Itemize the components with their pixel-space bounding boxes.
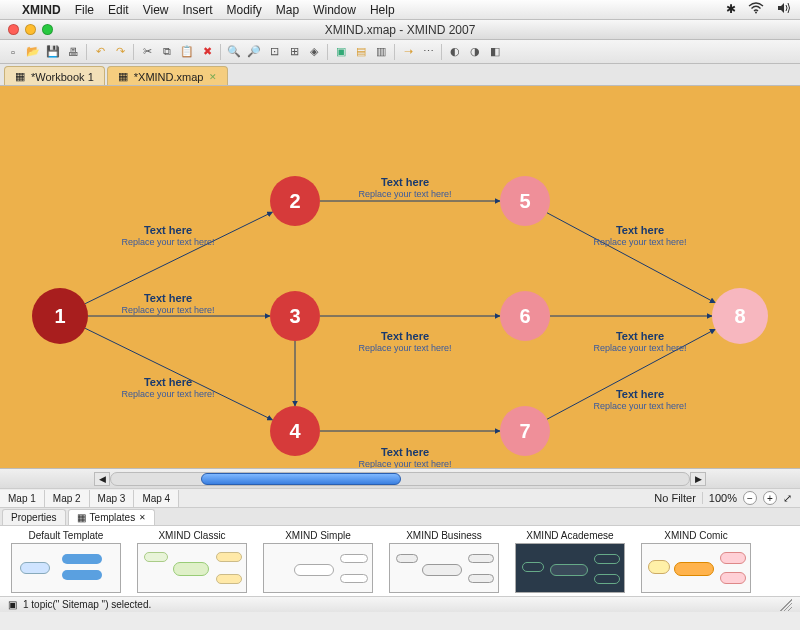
wifi-icon[interactable] <box>748 2 764 17</box>
mac-menubar: XMIND File Edit View Insert Modify Map W… <box>0 0 800 20</box>
edge-sublabel: Replace your text here! <box>121 305 214 315</box>
copy-icon[interactable]: ⧉ <box>158 43 176 61</box>
zoom-in-icon[interactable]: 🔎 <box>245 43 263 61</box>
cut-icon[interactable]: ✂ <box>138 43 156 61</box>
mindmap-canvas[interactable]: Text hereReplace your text here!Text her… <box>0 86 800 488</box>
node-1[interactable]: 1 <box>32 288 88 344</box>
edge-sublabel: Replace your text here! <box>358 343 451 353</box>
node-label: 4 <box>289 420 301 442</box>
zoom-out-button[interactable]: − <box>743 491 757 505</box>
edge-label[interactable]: Text here <box>616 388 664 400</box>
node-6[interactable]: 6 <box>500 291 550 341</box>
app-menu[interactable]: XMIND <box>22 3 61 17</box>
tool-d-icon[interactable]: ⋯ <box>419 43 437 61</box>
tab-properties[interactable]: Properties <box>2 509 66 525</box>
menu-file[interactable]: File <box>75 3 94 17</box>
node-4[interactable]: 4 <box>270 406 320 456</box>
scroll-right-icon[interactable]: ▶ <box>690 472 706 486</box>
status-text: 1 topic(" Sitemap ") selected. <box>23 599 151 610</box>
tool-f-icon[interactable]: ◑ <box>466 43 484 61</box>
bluetooth-icon[interactable]: ✱ <box>726 2 736 17</box>
node-label: 1 <box>54 305 65 327</box>
template-default[interactable]: Default Template <box>6 530 126 593</box>
zoom-out-icon[interactable]: 🔍 <box>225 43 243 61</box>
zoom-fit-icon[interactable]: ⊡ <box>265 43 283 61</box>
node-5[interactable]: 5 <box>500 176 550 226</box>
tool-a-icon[interactable]: ▣ <box>332 43 350 61</box>
edge-label[interactable]: Text here <box>144 292 192 304</box>
template-thumbnail <box>389 543 499 593</box>
close-icon[interactable]: ✕ <box>139 513 146 522</box>
template-thumbnail <box>641 543 751 593</box>
edge-label[interactable]: Text here <box>616 330 664 342</box>
expand-icon[interactable]: ⤢ <box>783 492 792 505</box>
scroll-track[interactable] <box>110 472 690 486</box>
menu-insert[interactable]: Insert <box>183 3 213 17</box>
template-academese[interactable]: XMIND Academese <box>510 530 630 593</box>
map-tab-3[interactable]: Map 3 <box>90 490 135 507</box>
node-7[interactable]: 7 <box>500 406 550 456</box>
menu-modify[interactable]: Modify <box>227 3 262 17</box>
menu-map[interactable]: Map <box>276 3 299 17</box>
tool-c-icon[interactable]: ▥ <box>372 43 390 61</box>
edge-label[interactable]: Text here <box>381 330 429 342</box>
print-icon[interactable]: 🖶 <box>64 43 82 61</box>
tab-label: *XMIND.xmap <box>134 71 204 83</box>
template-simple[interactable]: XMIND Simple <box>258 530 378 593</box>
document-tabs: ▦ *Workbook 1 ▦ *XMIND.xmap ✕ <box>0 64 800 86</box>
new-icon[interactable]: ▫ <box>4 43 22 61</box>
template-name: XMIND Academese <box>526 530 613 541</box>
template-business[interactable]: XMIND Business <box>384 530 504 593</box>
edge-label[interactable]: Text here <box>616 224 664 236</box>
resize-handle-icon[interactable] <box>780 599 792 611</box>
doc-tab-workbook1[interactable]: ▦ *Workbook 1 <box>4 66 105 85</box>
open-icon[interactable]: 📂 <box>24 43 42 61</box>
delete-icon[interactable]: ✖ <box>198 43 216 61</box>
node-2[interactable]: 2 <box>270 176 320 226</box>
node-label: 3 <box>289 305 300 327</box>
edge-label[interactable]: Text here <box>144 376 192 388</box>
tool-e-icon[interactable]: ◐ <box>446 43 464 61</box>
map-tabs-bar: Map 1 Map 2 Map 3 Map 4 No Filter 100% −… <box>0 488 800 508</box>
menu-view[interactable]: View <box>143 3 169 17</box>
map-tab-1[interactable]: Map 1 <box>0 490 45 507</box>
menu-window[interactable]: Window <box>313 3 356 17</box>
zoom-in-button[interactable]: + <box>763 491 777 505</box>
menu-edit[interactable]: Edit <box>108 3 129 17</box>
template-thumbnail <box>263 543 373 593</box>
horizontal-scrollbar[interactable]: ◀ ▶ <box>0 468 800 488</box>
undo-icon[interactable]: ↶ <box>91 43 109 61</box>
close-icon[interactable]: ✕ <box>209 72 217 82</box>
paste-icon[interactable]: 📋 <box>178 43 196 61</box>
tab-label: *Workbook 1 <box>31 71 94 83</box>
menu-help[interactable]: Help <box>370 3 395 17</box>
zoom-sel-icon[interactable]: ◈ <box>305 43 323 61</box>
doc-tab-xmind-xmap[interactable]: ▦ *XMIND.xmap ✕ <box>107 66 229 85</box>
zoom-actual-icon[interactable]: ⊞ <box>285 43 303 61</box>
node-8[interactable]: 8 <box>712 288 768 344</box>
scroll-thumb[interactable] <box>201 473 401 485</box>
map-tab-2[interactable]: Map 2 <box>45 490 90 507</box>
node-label: 2 <box>289 190 300 212</box>
filter-label[interactable]: No Filter <box>654 492 696 504</box>
edge-label[interactable]: Text here <box>144 224 192 236</box>
tool-link-icon[interactable]: ➝ <box>399 43 417 61</box>
save-icon[interactable]: 💾 <box>44 43 62 61</box>
edge-label[interactable]: Text here <box>381 176 429 188</box>
tool-g-icon[interactable]: ◧ <box>486 43 504 61</box>
redo-icon[interactable]: ↷ <box>111 43 129 61</box>
template-name: XMIND Classic <box>158 530 225 541</box>
template-classic[interactable]: XMIND Classic <box>132 530 252 593</box>
template-name: XMIND Comic <box>664 530 727 541</box>
tab-templates[interactable]: ▦ Templates ✕ <box>68 509 156 525</box>
edge-sublabel: Replace your text here! <box>121 389 214 399</box>
edge-sublabel: Replace your text here! <box>593 343 686 353</box>
tool-b-icon[interactable]: ▤ <box>352 43 370 61</box>
map-tab-4[interactable]: Map 4 <box>134 490 179 507</box>
node-3[interactable]: 3 <box>270 291 320 341</box>
template-comic[interactable]: XMIND Comic <box>636 530 756 593</box>
edge-label[interactable]: Text here <box>381 446 429 458</box>
edge-1-4[interactable] <box>85 328 272 420</box>
volume-icon[interactable] <box>776 2 792 17</box>
scroll-left-icon[interactable]: ◀ <box>94 472 110 486</box>
